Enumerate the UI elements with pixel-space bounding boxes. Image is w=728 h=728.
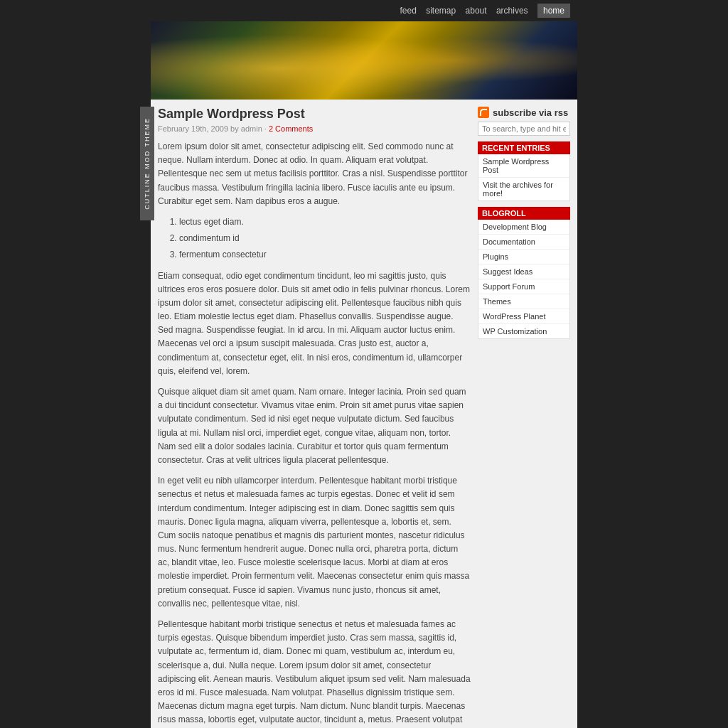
recent-entries-title: RECENT ENTRIES [478,141,570,154]
blogroll-link[interactable]: Suggest Ideas [478,264,569,279]
nav-sitemap[interactable]: sitemap [426,6,456,16]
post-meta: February 19th, 2009 by admin · 2 Comment… [158,124,471,133]
blog-post: Sample Wordpress Post February 19th, 200… [158,107,471,728]
nav-home[interactable]: home [537,4,570,18]
list-item: Development Blog [478,220,569,235]
header-image [151,21,577,100]
blogroll-link[interactable]: Development Blog [478,220,569,234]
post-title: Sample Wordpress Post [158,107,471,122]
sidebar: subscribe via rss RECENT ENTRIES Sample … [478,107,570,728]
search-input[interactable] [478,122,570,136]
nav-feed[interactable]: feed [400,6,416,16]
post-list: lectus eget diam. condimentum id ferment… [179,215,471,262]
blogroll-link[interactable]: WordPress Planet [478,309,569,323]
recent-entry-link[interactable]: Sample Wordpress Post [478,154,569,177]
blogroll-link[interactable]: Documentation [478,235,569,249]
list-item: fermentum consectetur [179,248,471,262]
top-navigation: feed sitemap about archives home [151,0,577,21]
list-item: Sample Wordpress Post [478,154,569,178]
list-item: Documentation [478,235,569,250]
recent-entry-link[interactable]: Visit the archives for more! [478,178,569,200]
subscribe-section: subscribe via rss [478,107,570,118]
list-item: Themes [478,294,569,309]
post-para2: Etiam consequat, odio eget condimentum t… [158,269,471,379]
blogroll-link[interactable]: WP Customization [478,324,569,338]
main-content: CUTLINE MOD THEME Sample Wordpress Post … [158,107,471,728]
nav-archives[interactable]: archives [496,6,528,16]
list-item: lectus eget diam. [179,215,471,229]
post-para5: Pellentesque habitant morbi tristique se… [158,618,471,728]
list-item: Suggest Ideas [478,264,569,279]
sidebar-tab-text: CUTLINE MOD THEME [144,117,151,210]
recent-entries-list: Sample Wordpress Post Visit the archives… [478,154,570,201]
blogroll-link[interactable]: Themes [478,294,569,309]
post-para3: Quisque aliquet diam sit amet quam. Nam … [158,385,471,467]
nav-about[interactable]: about [466,6,487,16]
list-item: Visit the archives for more! [478,178,569,200]
list-item: Plugins [478,250,569,264]
list-item: WP Customization [478,324,569,338]
list-item: condimentum id [179,232,471,245]
blogroll-link[interactable]: Plugins [478,250,569,264]
post-para4: In eget velit eu nibh ullamcorper interd… [158,474,471,611]
rss-icon [478,107,489,118]
page-wrapper: feed sitemap about archives home CUTLINE… [151,0,577,728]
post-body: Lorem ipsum dolor sit amet, consectetur … [158,140,471,728]
blogroll-list: Development Blog Documentation Plugins S… [478,220,570,339]
list-item: Support Forum [478,279,569,294]
content-wrapper: CUTLINE MOD THEME Sample Wordpress Post … [151,100,577,728]
subscribe-text: subscribe via rss [493,107,568,118]
list-item: WordPress Planet [478,309,569,324]
post-comments-link[interactable]: 2 Comments [269,124,313,133]
blogroll-link[interactable]: Support Forum [478,279,569,294]
sidebar-tab: CUTLINE MOD THEME [140,107,154,220]
blogroll-title: BLOGROLL [478,207,570,220]
post-intro: Lorem ipsum dolor sit amet, consectetur … [158,140,471,208]
